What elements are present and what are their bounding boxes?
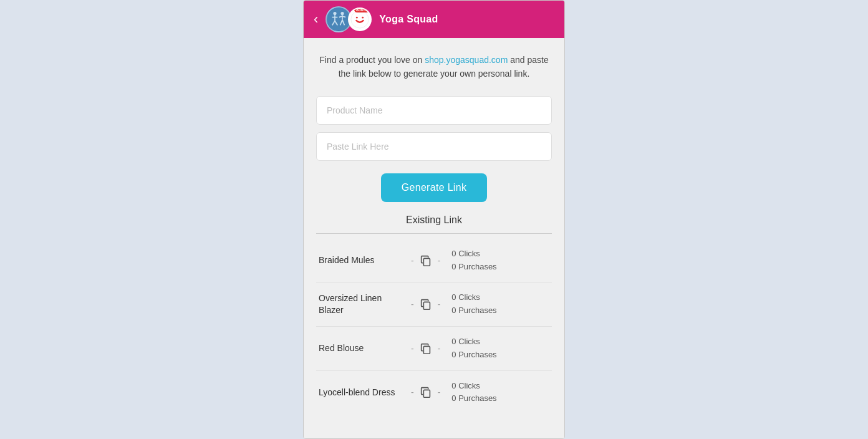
header: ‹ [304,1,564,38]
svg-rect-17 [423,346,430,354]
product-name-input[interactable] [316,96,552,125]
generate-link-button[interactable]: Generate Link [381,173,487,202]
product-name-group [316,96,552,125]
clicks-stat: 0 Clicks [451,248,549,261]
svg-rect-15 [423,258,430,266]
header-title: Yoga Squad [379,14,438,25]
clicks-stat: 0 Clicks [451,335,549,349]
clicks-stat: 0 Clicks [451,380,549,393]
avatar-group: 850556 [326,6,372,32]
main-content: Find a product you love on shop.yogasqua… [304,38,564,438]
link-name: Oversized Linen Blazer [319,292,406,317]
link-stats: 0 Clicks 0 Purchases [451,335,549,362]
link-name: Lyocell-blend Dress [319,387,406,399]
copy-icon[interactable] [419,385,433,399]
section-divider [316,233,552,234]
existing-links-title: Existing Link [316,215,552,226]
purchases-stat: 0 Purchases [451,261,549,274]
paste-link-group [316,132,552,161]
paste-link-input[interactable] [316,132,552,161]
svg-point-14 [362,17,364,19]
svg-rect-16 [423,302,430,310]
svg-point-6 [341,12,344,15]
svg-rect-18 [423,390,430,398]
svg-point-13 [356,17,358,19]
list-item: Lyocell-blend Dress - - 0 Clicks 0 Purch… [316,371,552,415]
purchases-stat: 0 Purchases [451,392,549,405]
list-item: Braided Mules - - 0 Clicks 0 Purchases [316,239,552,283]
link-stats: 0 Clicks 0 Purchases [451,380,549,406]
svg-point-12 [351,11,369,28]
shop-link[interactable]: shop.yogasquad.com [425,55,508,65]
link-stats: 0 Clicks 0 Purchases [451,248,549,274]
purchases-stat: 0 Purchases [451,304,549,317]
copy-icon[interactable] [419,297,433,311]
purchases-stat: 0 Purchases [451,349,549,362]
svg-rect-0 [327,8,350,31]
link-stats: 0 Clicks 0 Purchases [451,291,549,317]
copy-icon[interactable] [419,342,433,355]
copy-icon[interactable] [419,254,433,268]
smiley-avatar: 850556 [348,7,372,31]
list-item: Red Blouse - - 0 Clicks 0 Purchases [316,327,552,371]
phone-container: ‹ [303,0,565,439]
link-list: Braided Mules - - 0 Clicks 0 Purchases O… [316,239,552,414]
link-name: Red Blouse [319,342,406,355]
list-item: Oversized Linen Blazer - - 0 Clicks 0 Pu… [316,282,552,327]
svg-point-1 [334,12,337,15]
intro-text: Find a product you love on shop.yogasqua… [316,53,552,81]
back-button[interactable]: ‹ [314,12,318,26]
link-name: Braided Mules [319,254,406,267]
clicks-stat: 0 Clicks [451,291,549,304]
badge-number: 850556 [354,7,372,12]
